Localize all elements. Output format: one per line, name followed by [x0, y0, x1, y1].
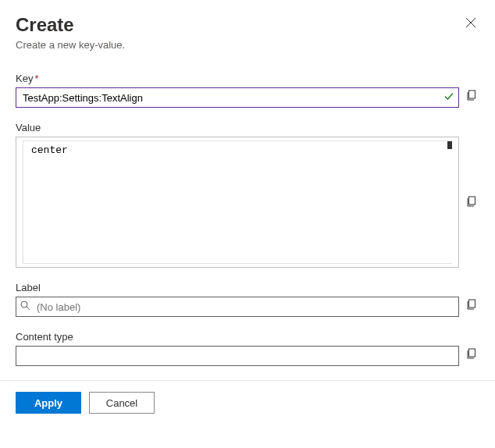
copy-icon: [465, 198, 478, 210]
copy-icon: [465, 350, 478, 362]
svg-rect-5: [469, 349, 475, 357]
checkmark-icon: [443, 91, 454, 105]
content-type-label: Content type: [16, 331, 479, 343]
key-input[interactable]: [16, 87, 459, 108]
search-icon: [20, 300, 30, 313]
value-text: center: [23, 141, 452, 159]
copy-icon: [465, 301, 478, 313]
copy-content-type-button[interactable]: [464, 346, 479, 364]
key-label: Key*: [16, 73, 479, 84]
svg-rect-1: [469, 197, 475, 204]
copy-value-button[interactable]: [464, 194, 479, 212]
copy-label-button[interactable]: [464, 297, 479, 315]
page-title: Create: [16, 14, 125, 36]
content-type-input[interactable]: [16, 346, 459, 366]
close-icon: [465, 19, 476, 30]
label-field-label: Label: [16, 282, 479, 293]
page-subtitle: Create a new key-value.: [16, 39, 125, 51]
label-input[interactable]: [16, 297, 459, 317]
svg-rect-4: [469, 300, 475, 308]
cancel-button[interactable]: Cancel: [89, 392, 155, 414]
scrollbar[interactable]: [447, 141, 452, 149]
copy-icon: [465, 92, 478, 104]
value-label: Value: [16, 122, 479, 133]
svg-rect-0: [469, 91, 475, 98]
required-marker: *: [34, 73, 38, 84]
value-input[interactable]: center: [16, 137, 459, 268]
close-button[interactable]: [462, 14, 479, 34]
apply-button[interactable]: Apply: [16, 392, 81, 414]
svg-line-3: [27, 307, 30, 310]
copy-key-button[interactable]: [464, 87, 479, 105]
svg-point-2: [21, 301, 27, 308]
